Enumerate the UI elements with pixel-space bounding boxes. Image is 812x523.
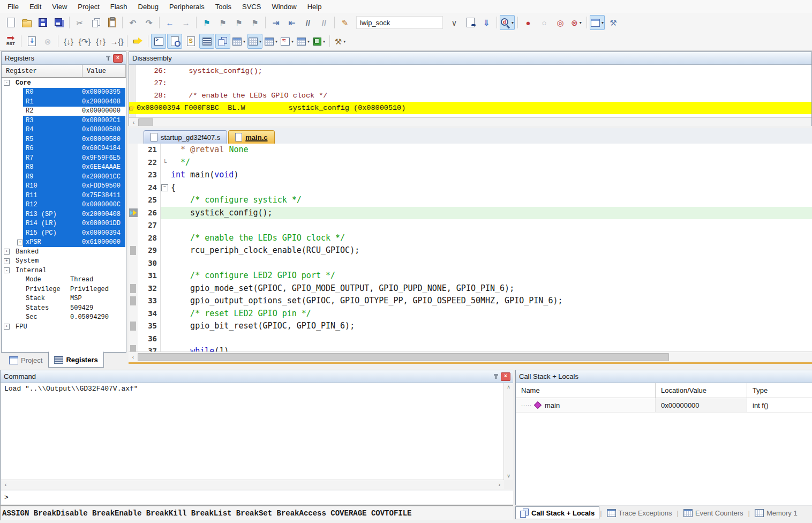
register-row[interactable]: R110x75F38411	[2, 191, 126, 200]
scroll-left-icon[interactable]: ‹	[129, 353, 138, 361]
register-row[interactable]: R15 (PC)0x08000394	[2, 228, 126, 238]
register-row[interactable]: R80x6EE4AAAE	[2, 163, 126, 173]
clear-all-bookmarks-button[interactable]: ⚑	[247, 15, 262, 30]
paste-button[interactable]	[104, 15, 119, 30]
close-icon[interactable]: ×	[501, 372, 510, 381]
open-file-button[interactable]	[19, 15, 34, 30]
register-row[interactable]: Sec0.05094290	[2, 313, 126, 323]
menu-tools[interactable]: Tools	[210, 1, 237, 12]
register-row[interactable]: PrivilegePrivileged	[2, 285, 126, 294]
scroll-thumb[interactable]	[138, 353, 669, 361]
register-row[interactable]: -Internal	[2, 266, 126, 275]
dropdown-arrow-icon[interactable]: ▾	[307, 39, 310, 44]
register-row[interactable]: R70x9F59F6E5	[2, 153, 126, 163]
menu-help[interactable]: Help	[302, 1, 327, 12]
dropdown-arrow-icon[interactable]: ▾	[243, 39, 245, 44]
system-viewer-window-button[interactable]: ▾	[312, 34, 327, 49]
cut-button[interactable]: ✂	[72, 15, 87, 30]
scroll-right-icon[interactable]: ›	[495, 481, 504, 489]
command-vscrollbar[interactable]: ∧ ∨	[503, 383, 513, 480]
register-row[interactable]: R50x08000580	[2, 135, 126, 144]
dropdown-arrow-icon[interactable]: ▾	[602, 20, 604, 25]
register-row[interactable]: R13 (SP)0x20000408	[2, 210, 126, 219]
enable-disable-breakpoint-button[interactable]: ○	[537, 15, 552, 30]
command-output[interactable]: Load "..\\Output\\GD32F407V.axf"	[1, 383, 504, 483]
registers-window-button[interactable]	[199, 34, 214, 49]
navigate-back-button[interactable]: ←	[162, 15, 177, 30]
command-window-button[interactable]	[151, 34, 166, 49]
undo-button[interactable]: ↶	[125, 15, 140, 30]
register-row[interactable]: R120x0000000C	[2, 200, 126, 210]
redo-button[interactable]: ↷	[141, 15, 156, 30]
copy-button[interactable]	[88, 15, 103, 30]
find-in-files-button[interactable]	[463, 15, 478, 30]
register-row[interactable]: R14 (LR)0x080001DD	[2, 219, 126, 229]
editor-tab-main-c[interactable]: main.c	[228, 130, 274, 144]
menu-flash[interactable]: Flash	[105, 1, 133, 12]
disable-all-breakpoints-button[interactable]: ⊗▾	[569, 15, 584, 30]
callstack-row[interactable]: ·····main0x00000000int f()	[516, 398, 812, 413]
dropdown-arrow-icon[interactable]: ▾	[512, 20, 514, 25]
stop-button[interactable]: ⊗	[40, 34, 55, 49]
dropdown-arrow-icon[interactable]: ▾	[580, 20, 582, 25]
serial-window-button[interactable]: ▾	[264, 34, 279, 49]
previous-bookmark-button[interactable]: ⚑	[215, 15, 230, 30]
editor-tab-startup-gd32f407-s[interactable]: startup_gd32f407.s	[144, 130, 227, 144]
run-to-cursor-button[interactable]: →{}	[109, 34, 124, 49]
save-file-button[interactable]	[35, 15, 50, 30]
scroll-down-icon[interactable]: ∨	[504, 473, 513, 479]
symbol-window-button[interactable]	[183, 34, 198, 49]
register-row[interactable]: +FPU	[2, 322, 126, 332]
expand-icon[interactable]: +	[4, 249, 10, 255]
expand-icon[interactable]: +	[4, 324, 10, 330]
new-file-button[interactable]	[3, 15, 18, 30]
tab-registers[interactable]: Registers	[48, 352, 103, 368]
menu-file[interactable]: File	[2, 1, 24, 12]
reset-cpu-button[interactable]: RST	[3, 34, 18, 49]
comment-selection-button[interactable]: //	[300, 15, 315, 30]
register-row[interactable]: StackMSP	[2, 294, 126, 304]
code-editor[interactable]: 21 * @retval None22└ */23int main(void)2…	[129, 144, 812, 352]
next-bookmark-button[interactable]: ⚑	[231, 15, 246, 30]
menu-svcs[interactable]: SVCS	[237, 1, 266, 12]
fold-collapse-icon[interactable]: −	[161, 184, 168, 191]
tab-project[interactable]: Project	[3, 353, 48, 368]
dropdown-arrow-icon[interactable]: ▾	[291, 39, 294, 44]
kill-all-breakpoints-button[interactable]: ◎	[553, 15, 568, 30]
scroll-left-icon[interactable]: ‹	[1, 481, 10, 489]
dropdown-arrow-icon[interactable]: ▾	[275, 39, 277, 44]
register-row[interactable]: R90x200001CC	[2, 172, 126, 182]
register-row[interactable]: +xPSR0x61000000	[2, 238, 126, 248]
menu-debug[interactable]: Debug	[133, 1, 164, 12]
register-row[interactable]: ModeThread	[2, 275, 126, 285]
step-out-button[interactable]: {↑}	[93, 34, 108, 49]
tab-call-stack-locals[interactable]: Call Stack + Locals	[515, 506, 599, 519]
insert-bookmark-button[interactable]: ⚑	[199, 15, 214, 30]
register-row[interactable]: R00x08000395	[2, 88, 126, 98]
tab-event-counters[interactable]: Event Counters	[679, 507, 748, 519]
register-row[interactable]: R100xFDD59500	[2, 182, 126, 191]
menu-window[interactable]: Window	[266, 1, 302, 12]
tab-memory-1[interactable]: Memory 1	[750, 507, 802, 519]
start-stop-debug-button[interactable]: d▾	[500, 15, 515, 30]
step-over-button[interactable]: {↷}	[77, 34, 92, 49]
command-input[interactable]: >	[1, 490, 513, 504]
register-row[interactable]: -Core	[2, 78, 126, 88]
find-text-input[interactable]: lwip_sock	[356, 16, 443, 29]
command-hscrollbar[interactable]: ‹ ›	[1, 480, 504, 489]
scroll-thumb[interactable]	[138, 118, 153, 126]
editor-hscrollbar[interactable]: ‹	[129, 352, 812, 361]
show-next-statement-button[interactable]	[130, 34, 145, 49]
close-icon[interactable]: ×	[113, 54, 123, 63]
expand-icon[interactable]: +	[17, 240, 23, 245]
trace-window-button[interactable]: ▾	[296, 34, 311, 49]
toolbox-button[interactable]: ⚒▾	[333, 34, 348, 49]
tab-trace-exceptions[interactable]: Trace Exceptions	[603, 507, 676, 519]
menu-project[interactable]: Project	[72, 1, 104, 12]
dropdown-arrow-icon[interactable]: ▾	[323, 39, 325, 44]
collapse-icon[interactable]: -	[4, 267, 10, 273]
scroll-left-icon[interactable]: ‹	[129, 118, 138, 126]
menu-view[interactable]: View	[47, 1, 72, 12]
scroll-up-icon[interactable]: ∧	[504, 384, 513, 390]
configure-find-button[interactable]: ✎	[337, 15, 352, 30]
